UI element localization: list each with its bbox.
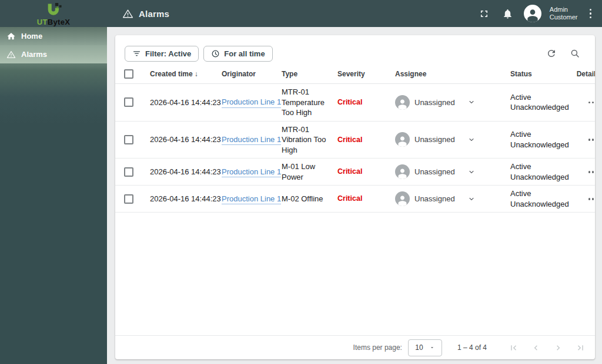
page-size-select[interactable]: 10 xyxy=(408,339,442,356)
row-checkbox[interactable] xyxy=(124,194,133,204)
row-actions-button[interactable] xyxy=(586,98,596,107)
refresh-button[interactable] xyxy=(544,46,558,60)
assignee-avatar xyxy=(395,132,410,147)
row-actions-button[interactable] xyxy=(586,194,596,204)
time-range-button[interactable]: For all time xyxy=(203,46,272,62)
warning-icon xyxy=(6,50,16,59)
sort-desc-icon: ↓ xyxy=(195,70,198,78)
chevron-left-icon xyxy=(531,343,541,353)
first-page-icon xyxy=(509,343,519,353)
items-per-page-label: Items per page: xyxy=(353,343,402,352)
status-cell: Active Unacknowledged xyxy=(510,129,576,150)
top-bar: UTByteX Alarms Admin Customer xyxy=(0,0,602,27)
column-header-status[interactable]: Status xyxy=(510,70,576,78)
filter-icon xyxy=(132,49,141,58)
row-actions-button[interactable] xyxy=(586,135,596,144)
ellipsis-icon xyxy=(588,102,591,104)
alarm-type-cell: M-02 Offline xyxy=(282,194,337,204)
created-time-cell: 2026-04-16 14:44:23 xyxy=(150,167,222,177)
assignee-label: Unassigned xyxy=(414,194,455,204)
refresh-icon xyxy=(546,48,557,59)
table-header-row: Created time↓ Originator Type Severity A… xyxy=(115,65,595,84)
more-menu-button[interactable] xyxy=(586,6,596,21)
search-button[interactable] xyxy=(568,46,582,60)
status-cell: Active Unacknowledged xyxy=(510,188,576,209)
column-header-assignee[interactable]: Assignee xyxy=(395,70,510,78)
column-header-severity[interactable]: Severity xyxy=(337,70,395,78)
assignee-select[interactable]: Unassigned xyxy=(395,164,510,179)
warning-icon xyxy=(122,8,133,19)
person-icon xyxy=(396,97,409,110)
column-header-created-time[interactable]: Created time↓ xyxy=(150,70,222,78)
select-all-checkbox[interactable] xyxy=(124,69,133,79)
severity-cell: Critical xyxy=(337,97,395,107)
chevron-down-icon xyxy=(468,168,475,176)
sidebar-item-home[interactable]: Home xyxy=(0,27,107,45)
table-row: 2026-04-16 14:44:23 Production Line 1 M-… xyxy=(115,186,595,213)
assignee-avatar xyxy=(395,164,410,179)
alarm-type-cell: MTR-01 Vibration Too High xyxy=(282,124,337,156)
first-page-button[interactable] xyxy=(502,336,524,359)
table-body: 2026-04-16 14:44:23 Production Line 1 MT… xyxy=(115,84,595,213)
column-header-originator[interactable]: Originator xyxy=(222,70,282,78)
assignee-avatar xyxy=(395,191,410,206)
table-row: 2026-04-16 14:44:23 Production Line 1 M-… xyxy=(115,159,595,186)
ellipsis-icon xyxy=(588,139,591,141)
person-icon xyxy=(396,194,409,206)
severity-cell: Critical xyxy=(337,135,395,145)
table-row: 2026-04-16 14:44:23 Production Line 1 MT… xyxy=(115,84,595,122)
assignee-select[interactable]: Unassigned xyxy=(395,95,510,110)
column-header-type[interactable]: Type xyxy=(282,70,337,78)
ellipsis-icon xyxy=(588,171,591,173)
originator-link[interactable]: Production Line 1 xyxy=(222,167,281,178)
clock-icon xyxy=(211,49,220,58)
previous-page-button[interactable] xyxy=(524,336,547,359)
row-checkbox[interactable] xyxy=(124,97,133,107)
bell-icon xyxy=(502,8,513,19)
person-icon xyxy=(396,167,409,179)
severity-cell: Critical xyxy=(337,194,395,204)
page-header: Alarms xyxy=(122,8,169,19)
alarm-type-cell: M-01 Low Power xyxy=(282,161,337,182)
sidebar-item-alarms[interactable]: Alarms xyxy=(0,45,107,63)
filter-button[interactable]: Filter: Active xyxy=(125,46,199,62)
chevron-right-icon xyxy=(553,343,563,353)
kebab-icon xyxy=(590,9,592,11)
fullscreen-button[interactable] xyxy=(477,6,492,21)
originator-link[interactable]: Production Line 1 xyxy=(222,134,281,146)
originator-link[interactable]: Production Line 1 xyxy=(222,97,281,108)
alarms-toolbar: Filter: Active For all time xyxy=(115,35,595,65)
person-icon xyxy=(396,134,409,147)
assignee-label: Unassigned xyxy=(414,134,455,145)
row-checkbox[interactable] xyxy=(124,135,133,144)
row-checkbox[interactable] xyxy=(124,167,133,177)
row-actions-button[interactable] xyxy=(586,167,596,177)
assignee-select[interactable]: Unassigned xyxy=(395,132,510,147)
paginator: Items per page: 10 1 – 4 of 4 xyxy=(115,335,595,359)
last-page-button[interactable] xyxy=(569,336,591,359)
brand-logo[interactable]: UTByteX xyxy=(0,0,107,27)
chevron-down-icon xyxy=(468,196,475,203)
status-cell: Active Unacknowledged xyxy=(510,161,576,182)
assignee-label: Unassigned xyxy=(414,167,455,177)
brand-logo-icon xyxy=(44,3,63,18)
notifications-button[interactable] xyxy=(500,6,516,21)
table-row: 2026-04-16 14:44:23 Production Line 1 MT… xyxy=(115,122,595,159)
next-page-button[interactable] xyxy=(547,336,569,359)
dropdown-arrow-icon xyxy=(429,345,435,350)
assignee-label: Unassigned xyxy=(414,97,455,108)
created-time-cell: 2026-04-16 14:44:23 xyxy=(150,97,222,108)
sidebar: Home Alarms xyxy=(0,27,107,364)
main-content: Filter: Active For all time Created time… xyxy=(107,27,602,364)
ellipsis-icon xyxy=(588,198,591,200)
home-icon xyxy=(6,32,16,41)
person-icon xyxy=(525,7,540,22)
created-time-cell: 2026-04-16 14:44:23 xyxy=(150,134,222,145)
search-icon xyxy=(570,48,580,59)
page-range-label: 1 – 4 of 4 xyxy=(457,343,487,352)
user-avatar[interactable] xyxy=(524,5,541,22)
assignee-select[interactable]: Unassigned xyxy=(395,191,510,206)
brand-name: UTByteX xyxy=(37,18,70,26)
assignee-avatar xyxy=(395,95,410,110)
originator-link[interactable]: Production Line 1 xyxy=(222,194,281,205)
